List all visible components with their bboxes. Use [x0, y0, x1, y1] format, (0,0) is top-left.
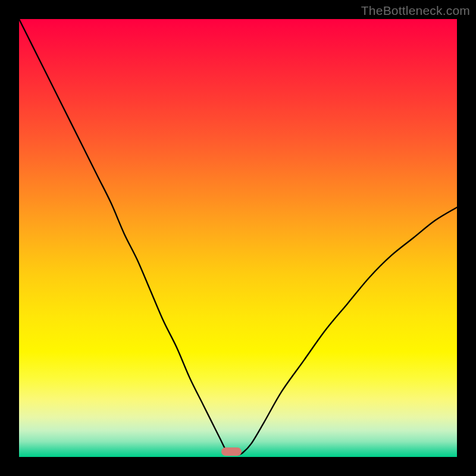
bottleneck-curve [19, 19, 457, 457]
watermark-text: TheBottleneck.com [361, 4, 470, 18]
optimum-marker [221, 447, 242, 456]
plot-area [19, 19, 457, 457]
chart-frame: TheBottleneck.com [0, 0, 476, 476]
